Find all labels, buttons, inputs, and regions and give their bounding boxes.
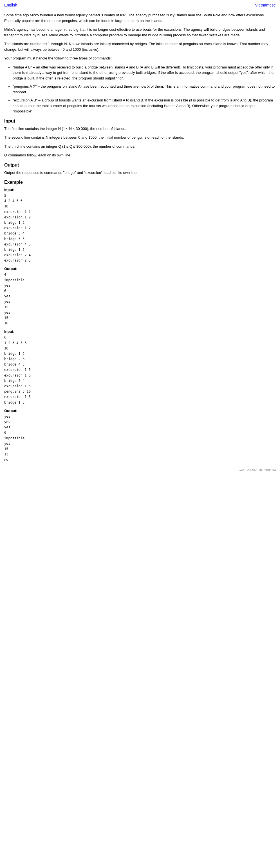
example1-input-data: 5 4 2 4 5 6 10 excursion 1 1 excursion 1… bbox=[4, 193, 276, 263]
example2-output-data: yes yes yes 6 impossible yes 15 13 no bbox=[4, 414, 276, 463]
command-excursion: "excursion A B" – a group of tourists wa… bbox=[13, 97, 276, 114]
command-penguins: "penguins A X" – the penguins on island … bbox=[13, 84, 276, 95]
paragraph-2: Mirko's agency has become a huge hit; so… bbox=[4, 27, 276, 38]
example-2: Input: 6 1 2 3 4 5 6 10 bridge 1 2 bridg… bbox=[4, 330, 276, 462]
problem-text: Some time ago Mirko founded a new touris… bbox=[4, 12, 276, 462]
input-p3: The third line contains an integer Q (1 … bbox=[4, 144, 276, 149]
example2-input-label: Input: bbox=[4, 330, 276, 334]
paragraph-3: The islands are numbered 1 through N. No… bbox=[4, 41, 276, 52]
vietnamese-link[interactable]: Vietnamese bbox=[255, 3, 276, 7]
example2-output-label: Output: bbox=[4, 409, 276, 413]
input-p2: The second line contains N integers betw… bbox=[4, 135, 276, 141]
input-heading: Input bbox=[4, 119, 276, 124]
example2-input-data: 6 1 2 3 4 5 6 10 bridge 1 2 bridge 2 3 b… bbox=[4, 335, 276, 405]
paragraph-1: Some time ago Mirko founded a new touris… bbox=[4, 12, 276, 23]
example1-input-label: Input: bbox=[4, 188, 276, 192]
output-heading: Output bbox=[4, 163, 276, 168]
input-p1: The first line contains the integer N (1… bbox=[4, 126, 276, 132]
example1-output-data: 4 impossible yes 6 yes yes 15 yes 15 16 bbox=[4, 272, 276, 326]
example-1: Input: 5 4 2 4 5 6 10 excursion 1 1 excu… bbox=[4, 188, 276, 326]
paragraph-4: Your program must handle the following t… bbox=[4, 56, 276, 61]
input-p4: Q commands follow, each on its own line. bbox=[4, 152, 276, 158]
output-p1: Output the responses to commands "bridge… bbox=[4, 170, 276, 176]
example-heading: Example bbox=[4, 180, 276, 185]
command-list: "bridge A B" – an offer was received to … bbox=[13, 65, 276, 114]
footer-note: COCI 2009/2010, round #3 bbox=[4, 468, 276, 471]
example1-output-label: Output: bbox=[4, 267, 276, 271]
english-link[interactable]: English bbox=[4, 3, 17, 7]
command-bridge: "bridge A B" – an offer was received to … bbox=[13, 65, 276, 81]
language-bar: English Vietnamese bbox=[4, 3, 276, 7]
